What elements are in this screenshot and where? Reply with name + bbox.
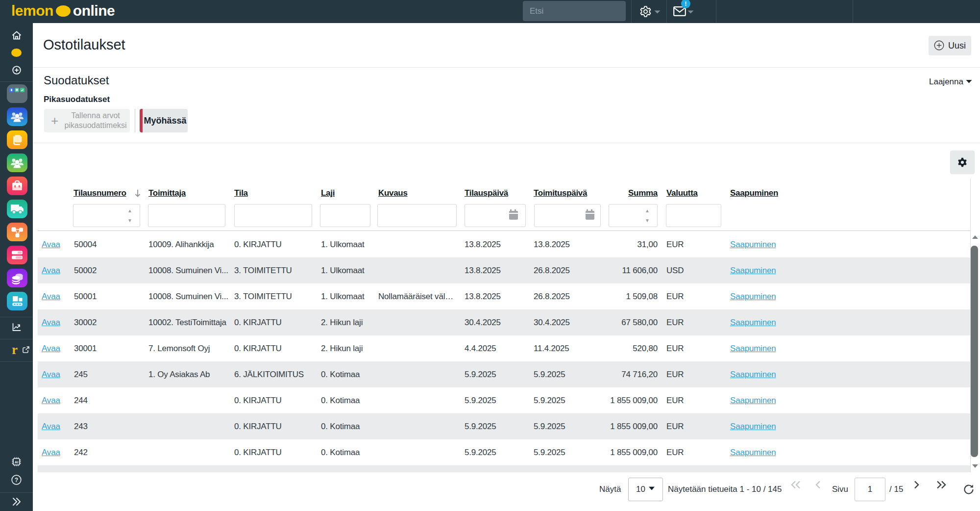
svg-text:AI: AI — [15, 460, 19, 464]
svg-text:?: ? — [15, 477, 18, 484]
